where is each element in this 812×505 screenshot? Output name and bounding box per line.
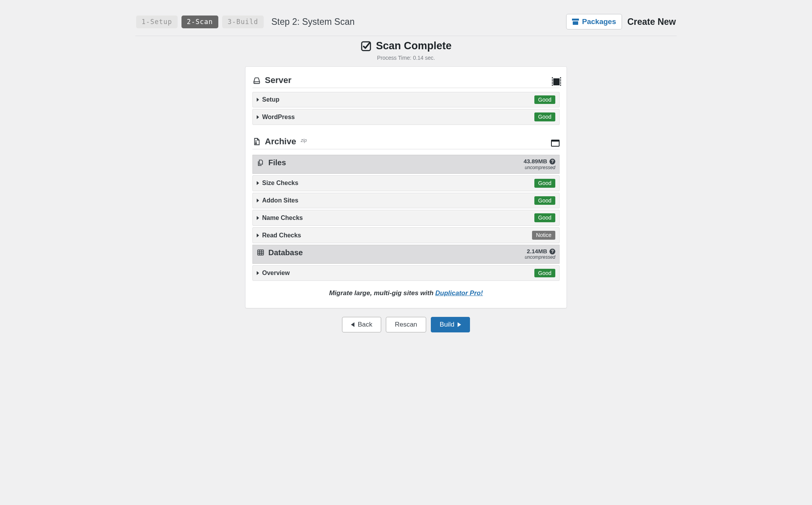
archive-section-header: Archive zip bbox=[252, 137, 560, 149]
row-label: Addon Sites bbox=[262, 197, 298, 204]
top-bar: 1-Setup 2-Scan 3-Build Step 2: System Sc… bbox=[135, 14, 677, 36]
database-uncompressed-label: uncompressed bbox=[525, 255, 555, 260]
triangle-left-icon bbox=[351, 322, 354, 327]
help-icon[interactable]: ? bbox=[549, 249, 555, 254]
packages-label: Packages bbox=[582, 17, 616, 26]
caret-right-icon bbox=[257, 115, 259, 119]
table-icon bbox=[257, 249, 264, 256]
caret-right-icon bbox=[257, 216, 259, 220]
database-size: 2.14MB bbox=[527, 248, 547, 255]
files-uncompressed-label: uncompressed bbox=[523, 165, 555, 170]
database-title: Database bbox=[268, 248, 303, 257]
server-section-header: Server bbox=[252, 75, 560, 88]
svg-point-2 bbox=[256, 143, 257, 144]
footer-actions: Back Rescan Build bbox=[245, 317, 567, 332]
server-row-label: Setup bbox=[262, 96, 279, 103]
status-badge: Good bbox=[534, 213, 555, 222]
step-2-scan[interactable]: 2-Scan bbox=[181, 16, 218, 28]
status-badge: Good bbox=[534, 95, 555, 104]
caret-right-icon bbox=[257, 271, 259, 275]
server-section-title: Server bbox=[265, 75, 292, 85]
row-label: Name Checks bbox=[262, 214, 303, 221]
chip-icon[interactable] bbox=[553, 78, 560, 85]
caret-right-icon bbox=[257, 181, 259, 185]
file-archive-icon bbox=[252, 137, 261, 146]
database-row-overview[interactable]: Overview Good bbox=[252, 265, 560, 281]
rescan-button[interactable]: Rescan bbox=[386, 317, 426, 332]
create-new-label: Create New bbox=[627, 17, 676, 27]
files-size: 43.89MB bbox=[523, 158, 547, 165]
help-icon[interactable]: ? bbox=[549, 159, 555, 164]
scan-panel: Server Setup Good WordPress Good bbox=[245, 66, 567, 309]
caret-right-icon bbox=[257, 199, 259, 202]
scan-header: Scan Complete Process Time: 0.14 sec. bbox=[135, 40, 677, 61]
caret-right-icon bbox=[257, 98, 259, 102]
svg-rect-3 bbox=[258, 250, 264, 255]
scan-process-time: Process Time: 0.14 sec. bbox=[135, 55, 677, 61]
files-row-addon-sites[interactable]: Addon Sites Good bbox=[252, 193, 560, 209]
server-row-label: WordPress bbox=[262, 114, 295, 121]
server-row-setup[interactable]: Setup Good bbox=[252, 92, 560, 108]
back-button[interactable]: Back bbox=[342, 317, 381, 332]
database-subheader: Database 2.14MB ? uncompressed bbox=[252, 245, 560, 264]
build-button[interactable]: Build bbox=[431, 317, 470, 332]
checkbox-checked-icon bbox=[360, 40, 372, 52]
row-label: Size Checks bbox=[262, 180, 298, 187]
promo-text: Migrate large, multi-gig sites with Dupl… bbox=[252, 289, 560, 297]
files-row-name-checks[interactable]: Name Checks Good bbox=[252, 210, 560, 226]
status-badge: Good bbox=[534, 112, 555, 121]
files-row-read-checks[interactable]: Read Checks Notice bbox=[252, 227, 560, 243]
window-icon[interactable] bbox=[551, 140, 560, 147]
caret-right-icon bbox=[257, 233, 259, 237]
step-1-setup[interactable]: 1-Setup bbox=[136, 16, 178, 28]
step-title: Step 2: System Scan bbox=[271, 17, 355, 27]
packages-button[interactable]: Packages bbox=[566, 14, 622, 29]
files-subheader: Files 43.89MB ? uncompressed bbox=[252, 155, 560, 174]
status-badge: Notice bbox=[532, 231, 555, 240]
svg-point-1 bbox=[255, 82, 255, 83]
status-badge: Good bbox=[534, 196, 555, 205]
step-3-build[interactable]: 3-Build bbox=[222, 16, 264, 28]
scan-title: Scan Complete bbox=[376, 40, 451, 52]
row-label: Overview bbox=[262, 270, 290, 277]
archive-format: zip bbox=[301, 138, 307, 143]
row-label: Read Checks bbox=[262, 232, 301, 239]
triangle-right-icon bbox=[458, 322, 461, 327]
duplicator-pro-link[interactable]: Duplicator Pro! bbox=[435, 289, 483, 297]
status-badge: Good bbox=[534, 179, 555, 188]
packages-icon bbox=[572, 19, 579, 25]
files-row-size-checks[interactable]: Size Checks Good bbox=[252, 175, 560, 191]
status-badge: Good bbox=[534, 269, 555, 278]
files-icon bbox=[257, 159, 264, 167]
archive-section-title: Archive bbox=[265, 137, 296, 146]
server-row-wordpress[interactable]: WordPress Good bbox=[252, 109, 560, 125]
files-title: Files bbox=[268, 158, 286, 167]
hdd-icon bbox=[252, 76, 261, 85]
